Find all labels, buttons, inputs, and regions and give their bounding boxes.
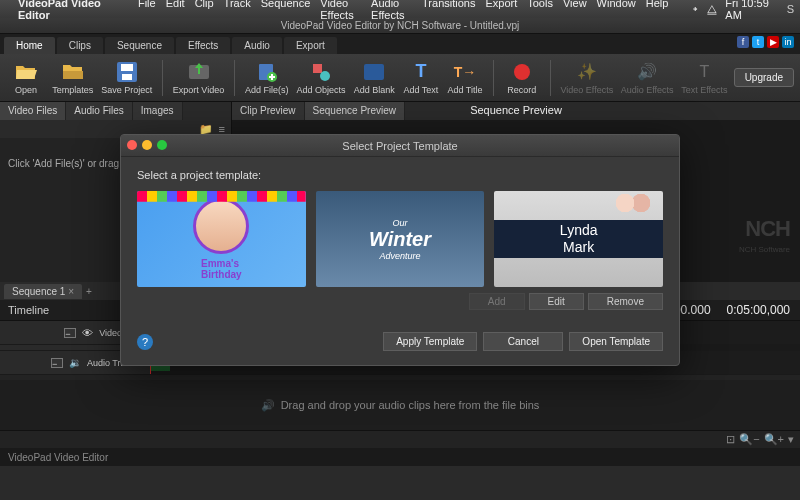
template-item-actions: Add Edit Remove: [137, 293, 663, 310]
avatar-placeholder: [193, 198, 249, 254]
template-wedding[interactable]: Lynda Mark: [494, 191, 663, 287]
modal-title-text: Select Project Template: [342, 140, 457, 152]
open-template-button[interactable]: Open Template: [569, 332, 663, 351]
window-minimize-icon[interactable]: [142, 140, 152, 150]
help-icon[interactable]: ?: [137, 334, 153, 350]
flowers-icon: [613, 191, 653, 215]
template-remove-button[interactable]: Remove: [588, 293, 663, 310]
window-maximize-icon[interactable]: [157, 140, 167, 150]
modal-overlay: Select Project Template Select a project…: [0, 0, 800, 500]
cancel-button[interactable]: Cancel: [483, 332, 563, 351]
template-edit-button[interactable]: Edit: [529, 293, 584, 310]
modal-titlebar: Select Project Template: [121, 135, 679, 157]
template-winter[interactable]: Our Winter Adventure: [316, 191, 485, 287]
template-add-button[interactable]: Add: [469, 293, 525, 310]
apply-template-button[interactable]: Apply Template: [383, 332, 477, 351]
modal-label: Select a project template:: [137, 169, 663, 181]
template-list: Emma'sBirthday Our Winter Adventure Lynd…: [137, 191, 663, 287]
window-close-icon[interactable]: [127, 140, 137, 150]
modal-footer: ? Apply Template Cancel Open Template: [121, 322, 679, 365]
template-birthday[interactable]: Emma'sBirthday: [137, 191, 306, 287]
select-template-modal: Select Project Template Select a project…: [120, 134, 680, 366]
